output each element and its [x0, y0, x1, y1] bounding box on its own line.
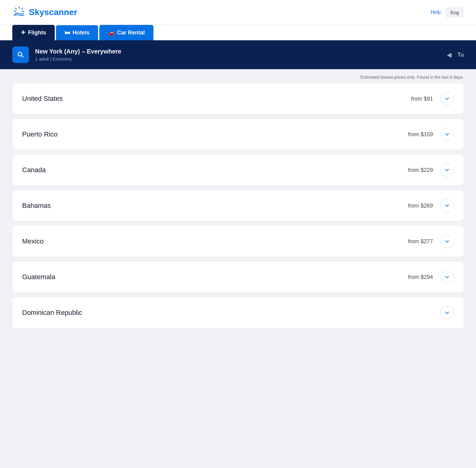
search-details: 1 adult | Economy — [35, 56, 441, 61]
destination-card: Mexico from $277 — [12, 226, 464, 257]
destination-right: from $159 — [408, 128, 454, 141]
chevron-down-icon — [445, 203, 450, 208]
logo-text: Skyscanner — [29, 7, 77, 17]
tab-car-rental[interactable]: 🚗 Car Rental — [99, 25, 153, 40]
destination-price: from $294 — [408, 274, 433, 280]
logo-area: Skyscanner — [12, 6, 77, 19]
help-link[interactable]: Help — [430, 10, 441, 15]
expand-button[interactable] — [440, 163, 454, 177]
search-icon — [17, 51, 24, 58]
expand-button[interactable] — [440, 92, 454, 105]
svg-line-6 — [22, 56, 23, 58]
svg-line-2 — [15, 8, 16, 9]
destination-name: Guatemala — [22, 273, 55, 281]
svg-line-1 — [22, 8, 23, 9]
destination-card: Dominican Republic — [12, 297, 464, 328]
expand-button[interactable] — [440, 270, 454, 284]
destination-card: United States from $91 — [12, 83, 464, 114]
car-icon: 🚗 — [108, 29, 115, 36]
tab-flights[interactable]: ✈ Flights — [12, 25, 55, 40]
header-right: Help Eng — [430, 7, 464, 18]
expand-button[interactable] — [440, 128, 454, 141]
prev-date-button[interactable]: ◀ — [447, 51, 451, 58]
search-info: New York (Any) – Everywhere 1 adult | Ec… — [35, 48, 441, 61]
destination-name: Puerto Rico — [22, 130, 58, 138]
destination-price: from $269 — [408, 203, 433, 209]
hotels-icon: 🛏 — [65, 30, 70, 36]
chevron-down-icon — [445, 168, 450, 173]
destination-right: from $277 — [408, 235, 454, 248]
chevron-down-icon — [445, 275, 450, 280]
search-button[interactable] — [12, 46, 29, 63]
destination-name: Canada — [22, 166, 46, 174]
destination-price: from $277 — [408, 238, 433, 245]
search-bar: New York (Any) – Everywhere 1 adult | Ec… — [0, 40, 476, 69]
destination-price: from $91 — [411, 96, 433, 102]
nav-tabs: ✈ Flights 🛏 Hotels 🚗 Car Rental — [0, 25, 476, 40]
destination-name: Mexico — [22, 237, 44, 245]
destination-card: Guatemala from $294 — [12, 262, 464, 292]
destination-name: Dominican Republic — [22, 309, 82, 317]
header: Skyscanner Help Eng — [0, 0, 476, 25]
chevron-down-icon — [445, 132, 450, 137]
destination-card: Puerto Rico from $159 — [12, 119, 464, 150]
destination-right — [433, 306, 454, 319]
destination-right: from $91 — [411, 92, 454, 105]
tab-hotels-label: Hotels — [73, 30, 89, 36]
chevron-down-icon — [445, 96, 450, 101]
flights-icon: ✈ — [21, 29, 26, 36]
tab-flights-label: Flights — [28, 30, 46, 36]
destination-right: from $229 — [408, 163, 454, 177]
destination-right: from $294 — [408, 270, 454, 284]
tab-car-rental-label: Car Rental — [117, 30, 145, 36]
expand-button[interactable] — [440, 306, 454, 319]
chevron-down-icon — [445, 310, 450, 315]
search-right: ◀ Tu — [447, 51, 464, 58]
tab-hotels[interactable]: 🛏 Hotels — [56, 25, 98, 40]
main-content: Estimated lowest prices only. Found in t… — [0, 69, 476, 340]
date-text: Tu — [458, 52, 464, 58]
skyscanner-logo-icon — [12, 6, 26, 19]
chevron-down-icon — [445, 239, 450, 244]
expand-button[interactable] — [440, 235, 454, 248]
disclaimer: Estimated lowest prices only. Found in t… — [12, 69, 464, 83]
svg-line-4 — [14, 11, 16, 11]
destination-card: Bahamas from $269 — [12, 190, 464, 221]
destination-price: from $229 — [408, 167, 433, 173]
search-route: New York (Any) – Everywhere — [35, 48, 441, 55]
language-button[interactable]: Eng — [446, 7, 464, 18]
destination-price: from $159 — [408, 131, 433, 138]
destination-name: Bahamas — [22, 202, 51, 210]
destination-right: from $269 — [408, 199, 454, 212]
expand-button[interactable] — [440, 199, 454, 212]
destination-card: Canada from $229 — [12, 155, 464, 185]
destination-name: United States — [22, 95, 63, 103]
svg-line-3 — [22, 11, 24, 11]
